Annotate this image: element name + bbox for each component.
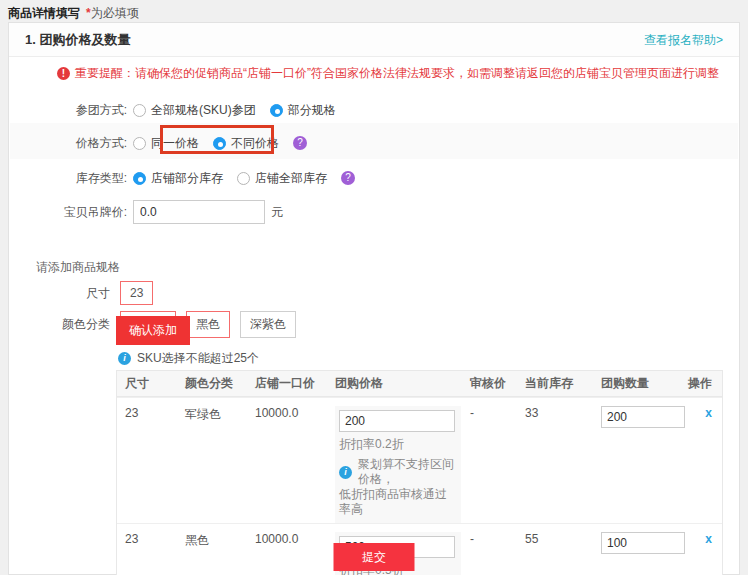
stock-type-option-partial-label: 店铺部分库存 <box>151 170 223 187</box>
row-color: 黑色 <box>177 532 247 549</box>
radio-unselected-icon[interactable] <box>133 137 146 150</box>
price-method-option-different-label: 不同价格 <box>231 135 279 152</box>
col-header-quantity: 团购数量 <box>593 375 686 392</box>
stock-type-help-icon[interactable]: ? <box>341 171 355 185</box>
col-header-review-price: 审核价 <box>462 375 517 392</box>
row-group-price-cell: 折扣率0.2折 i 聚划算不支持区间价格， 低折扣商品审核通过率高 <box>327 406 462 523</box>
page-title: 商品详情填写*为必填项 <box>8 5 139 22</box>
row-quantity-cell <box>593 406 686 428</box>
section-title: 1. 团购价格及数量 <box>25 23 130 57</box>
stock-type-option-partial[interactable]: 店铺部分库存 <box>133 170 223 187</box>
table-row: 23 黑色 10000.0 折扣率0.5折 i 聚划算不支持区间价格， 低折扣商… <box>117 523 722 575</box>
sku-table: 尺寸 颜色分类 店铺一口价 团购价格 审核价 当前库存 团购数量 操作 23 军… <box>116 370 723 575</box>
tag-price-label: 宝贝吊牌价: <box>9 204 127 221</box>
row-list-price: 10000.0 <box>247 406 327 420</box>
row-size: 23 <box>117 532 177 546</box>
color-label: 颜色分类 <box>62 316 110 333</box>
discount-rate: 折扣率0.2折 <box>339 436 457 453</box>
row-review-price: - <box>462 406 517 420</box>
section-header: 1. 团购价格及数量 查看报名帮助> <box>9 23 739 57</box>
col-header-size: 尺寸 <box>117 375 177 392</box>
size-spec-row: 尺寸 23 <box>86 281 163 305</box>
required-note: 为必填项 <box>91 6 139 20</box>
sku-limit-text: SKU选择不能超过25个 <box>137 350 259 367</box>
price-method-label: 价格方式: <box>9 135 127 152</box>
radio-unselected-icon[interactable] <box>237 172 250 185</box>
warning-message: ! 重要提醒：请确保您的促销商品“店铺一口价”符合国家价格法律法规要求，如需调整… <box>57 65 719 82</box>
row-color: 军绿色 <box>177 406 247 423</box>
price-method-option-different[interactable]: 不同价格 <box>213 135 279 152</box>
help-link[interactable]: 查看报名帮助> <box>644 23 723 57</box>
col-header-group-price: 团购价格 <box>327 375 462 392</box>
price-method-help-icon[interactable]: ? <box>293 136 307 150</box>
join-method-option-partial-label: 部分规格 <box>288 102 336 119</box>
main-panel: 1. 团购价格及数量 查看报名帮助> ! 重要提醒：请确保您的促销商品“店铺一口… <box>8 22 740 575</box>
quantity-input[interactable] <box>601 406 685 428</box>
warning-icon: ! <box>57 67 70 80</box>
col-header-stock: 当前库存 <box>517 375 593 392</box>
row-stock: 33 <box>517 406 593 420</box>
delete-row-link[interactable]: x <box>705 532 712 546</box>
stock-type-option-all[interactable]: 店铺全部库存 <box>237 170 327 187</box>
group-price-input[interactable] <box>339 410 455 432</box>
stock-type-label: 库存类型: <box>9 170 127 187</box>
tag-price-unit: 元 <box>271 204 283 221</box>
quantity-input[interactable] <box>601 532 685 554</box>
col-header-action: 操作 <box>686 375 720 392</box>
join-method-option-all[interactable]: 全部规格(SKU)参团 <box>133 102 256 119</box>
price-method-option-same-label: 同一价格 <box>151 135 199 152</box>
color-tag-dark-purple[interactable]: 深紫色 <box>240 311 296 338</box>
submit-button[interactable]: 提交 <box>334 543 415 571</box>
color-tag-black[interactable]: 黑色 <box>186 311 230 338</box>
tag-price-input[interactable] <box>133 200 265 224</box>
join-method-row: 参团方式: 全部规格(SKU)参团 部分规格 <box>9 100 350 120</box>
table-row: 23 军绿色 10000.0 折扣率0.2折 i 聚划算不支持区间价格， 低折扣… <box>117 397 722 523</box>
price-tip: i 聚划算不支持区间价格， 低折扣商品审核通过率高 <box>339 457 457 517</box>
price-method-row: 价格方式: 同一价格 不同价格 ? <box>9 133 307 153</box>
sku-limit-note: i SKU选择不能超过25个 <box>118 350 259 367</box>
price-tip-line2: 低折扣商品审核通过率高 <box>339 487 457 517</box>
stock-type-row: 库存类型: 店铺部分库存 店铺全部库存 ? <box>9 168 355 188</box>
radio-unselected-icon[interactable] <box>133 104 146 117</box>
col-header-list-price: 店铺一口价 <box>247 375 327 392</box>
size-label: 尺寸 <box>86 285 110 302</box>
row-stock: 55 <box>517 532 593 546</box>
radio-selected-icon[interactable] <box>270 104 283 117</box>
row-quantity-cell <box>593 532 686 554</box>
confirm-add-button[interactable]: 确认添加 <box>116 316 190 345</box>
col-header-color: 颜色分类 <box>177 375 247 392</box>
sku-table-header: 尺寸 颜色分类 店铺一口价 团购价格 审核价 当前库存 团购数量 操作 <box>117 371 722 397</box>
delete-row-link[interactable]: x <box>705 406 712 420</box>
size-tag[interactable]: 23 <box>120 281 153 305</box>
row-review-price: - <box>462 532 517 546</box>
tag-price-row: 宝贝吊牌价: 元 <box>9 199 283 225</box>
warning-text: 重要提醒：请确保您的促销商品“店铺一口价”符合国家价格法律法规要求，如需调整请返… <box>75 65 719 82</box>
row-action-cell: x <box>686 532 720 546</box>
page-title-text: 商品详情填写 <box>8 6 80 20</box>
stock-type-option-all-label: 店铺全部库存 <box>255 170 327 187</box>
row-list-price: 10000.0 <box>247 532 327 546</box>
join-method-label: 参团方式: <box>9 102 127 119</box>
price-method-option-same[interactable]: 同一价格 <box>133 135 199 152</box>
info-icon: i <box>339 466 352 479</box>
join-method-option-all-label: 全部规格(SKU)参团 <box>151 102 256 119</box>
row-action-cell: x <box>686 406 720 420</box>
price-tip-line1: 聚划算不支持区间价格， <box>358 457 457 487</box>
radio-selected-icon[interactable] <box>133 172 146 185</box>
info-icon: i <box>118 352 131 365</box>
row-size: 23 <box>117 406 177 420</box>
join-method-option-partial[interactable]: 部分规格 <box>270 102 336 119</box>
spec-add-title: 请添加商品规格 <box>36 259 120 276</box>
radio-selected-icon[interactable] <box>213 137 226 150</box>
